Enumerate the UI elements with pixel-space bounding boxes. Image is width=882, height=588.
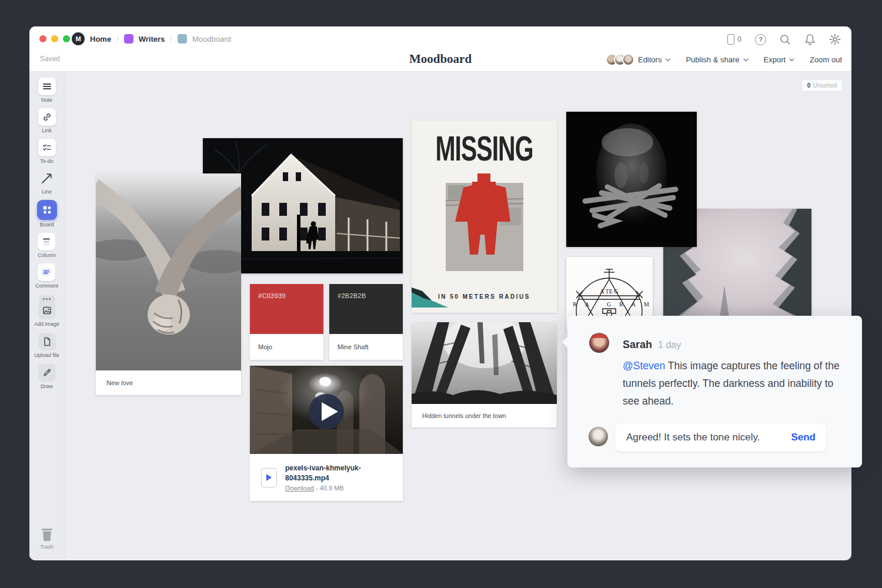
device-count: 0 bbox=[737, 35, 741, 44]
sigil-text-row2: TRA GRAM bbox=[566, 301, 653, 308]
reply-input[interactable]: Agreed! It sets the tone nicely. Send bbox=[615, 423, 827, 452]
app-screen: M Home / Writers / Moodboard Saved Moodb… bbox=[0, 0, 882, 588]
trash-dropzone[interactable]: Trash bbox=[29, 527, 64, 550]
device-preview-button[interactable]: 0 bbox=[727, 34, 741, 45]
sigil-text-row1: A TE G bbox=[600, 288, 619, 295]
writers-board-icon[interactable] bbox=[124, 34, 133, 44]
moodboard-board-icon[interactable] bbox=[178, 34, 187, 44]
draw-pencil-icon bbox=[42, 368, 52, 377]
line-arrow-icon bbox=[41, 172, 54, 185]
note-icon bbox=[42, 82, 52, 91]
missing-poster-image[interactable]: MISSING IN 50 METERS RADIUS bbox=[412, 121, 557, 313]
color-swatch-mineshaft[interactable]: #2B2B2B Mine Shaft bbox=[329, 284, 403, 360]
tool-todo[interactable]: To-do bbox=[38, 139, 56, 164]
download-link[interactable]: Download bbox=[285, 485, 314, 492]
export-menu[interactable]: Export bbox=[764, 55, 795, 64]
tool-board[interactable]: Board bbox=[37, 200, 57, 228]
unsorted-label: Unsorted bbox=[813, 82, 837, 89]
breadcrumb-home[interactable]: Home bbox=[90, 35, 111, 44]
reply-draft-text[interactable]: Agreed! It sets the tone nicely. bbox=[615, 432, 780, 443]
trash-icon bbox=[40, 527, 54, 542]
minimize-window-button[interactable] bbox=[51, 35, 58, 42]
swatch-hex: #C03939 bbox=[250, 284, 323, 299]
tunnels-image-card[interactable]: Hidden tunnels under the town bbox=[412, 322, 557, 427]
insert-list: Add image Upload file Draw bbox=[29, 302, 64, 389]
window-controls bbox=[39, 35, 70, 42]
comment-timestamp: 1 day bbox=[658, 340, 681, 350]
tool-add-image[interactable]: Add image bbox=[34, 302, 59, 327]
poster-subtitle: IN 50 METERS RADIUS bbox=[412, 293, 557, 300]
zoom-out-label: Zoom out bbox=[810, 55, 842, 64]
search-icon[interactable] bbox=[780, 34, 791, 45]
upload-file-icon bbox=[42, 337, 52, 346]
send-button[interactable]: Send bbox=[780, 432, 827, 443]
milanote-window: M Home / Writers / Moodboard Saved Moodb… bbox=[29, 26, 851, 560]
tool-draw[interactable]: Draw bbox=[38, 364, 56, 389]
notifications-bell-icon[interactable] bbox=[804, 34, 816, 45]
image-caption: Hidden tunnels under the town bbox=[412, 404, 557, 427]
publish-share-menu[interactable]: Publish & share bbox=[686, 55, 748, 64]
todo-icon bbox=[42, 143, 52, 152]
editors-menu[interactable]: Editors bbox=[606, 54, 670, 66]
video-filename: pexels-ivan-khmelyuk-8043335.mp4 bbox=[285, 463, 386, 483]
publish-share-label: Publish & share bbox=[686, 55, 739, 64]
breadcrumb-separator: / bbox=[170, 35, 172, 44]
tool-link[interactable]: Link bbox=[38, 108, 56, 133]
censored-portrait-image[interactable] bbox=[566, 112, 697, 247]
settings-gear-icon[interactable] bbox=[829, 34, 841, 45]
maximize-window-button[interactable] bbox=[63, 35, 70, 42]
swatch-name: Mine Shaft bbox=[329, 334, 403, 360]
chevron-down-icon bbox=[665, 58, 670, 62]
unsorted-count: 0 bbox=[807, 82, 811, 89]
editor-avatars bbox=[606, 54, 634, 66]
file-size: 40.9 MB bbox=[320, 485, 344, 492]
breadcrumb-writers[interactable]: Writers bbox=[139, 35, 165, 44]
tool-column[interactable]: Column bbox=[38, 233, 56, 258]
phone-icon bbox=[727, 34, 734, 45]
popup-pointer bbox=[562, 337, 567, 348]
swatch-hex: #2B2B2B bbox=[329, 284, 403, 299]
close-window-button[interactable] bbox=[39, 35, 46, 42]
column-icon bbox=[42, 237, 51, 246]
header-actions: Editors Publish & share Export Zoom out bbox=[606, 54, 842, 66]
mention-link[interactable]: @Steven bbox=[623, 360, 665, 372]
tool-line[interactable]: Line bbox=[38, 169, 56, 195]
poster-title: MISSING bbox=[412, 129, 557, 169]
color-swatch-mojo[interactable]: #C03939 Mojo bbox=[250, 284, 323, 360]
help-icon[interactable]: ? bbox=[755, 34, 766, 45]
chevron-down-icon bbox=[789, 58, 794, 62]
zoom-out-button[interactable]: Zoom out bbox=[810, 55, 842, 64]
add-image-icon bbox=[42, 306, 52, 315]
comment-icon bbox=[41, 267, 52, 278]
link-icon bbox=[42, 112, 52, 122]
tool-list: Note Link To-do Line bbox=[29, 78, 64, 303]
export-label: Export bbox=[764, 55, 786, 64]
header-icon-group: 0 ? bbox=[727, 34, 841, 45]
chevron-down-icon bbox=[743, 58, 749, 62]
hands-image-card[interactable]: New love bbox=[96, 173, 241, 395]
video-thumbnail bbox=[250, 366, 403, 454]
swatch-name: Mojo bbox=[250, 334, 323, 360]
board-icon bbox=[42, 205, 52, 215]
tool-note[interactable]: Note bbox=[38, 78, 56, 103]
comment-author: Sarah bbox=[623, 339, 652, 351]
comment-popup: Sarah 1 day @Steven This image captures … bbox=[567, 316, 862, 467]
sarah-avatar bbox=[589, 333, 609, 353]
editors-label: Editors bbox=[638, 55, 662, 64]
image-caption: New love bbox=[96, 370, 241, 395]
unsorted-badge[interactable]: 0 Unsorted bbox=[801, 79, 843, 92]
steven-avatar bbox=[589, 427, 608, 446]
breadcrumb-moodboard[interactable]: Moodboard bbox=[192, 35, 231, 44]
avatar bbox=[622, 54, 634, 66]
milanote-logo-icon[interactable]: M bbox=[72, 32, 85, 45]
video-card[interactable]: pexels-ivan-khmelyuk-8043335.mp4 Downloa… bbox=[250, 366, 403, 501]
poster-photo bbox=[412, 166, 557, 308]
tools-sidebar: Note Link To-do Line bbox=[29, 72, 65, 560]
breadcrumb-separator: / bbox=[116, 35, 119, 44]
top-bar: M Home / Writers / Moodboard Saved Moodb… bbox=[29, 26, 851, 72]
video-file-icon bbox=[261, 468, 277, 487]
tool-upload-file[interactable]: Upload file bbox=[34, 333, 59, 358]
meta-separator: - bbox=[316, 485, 318, 492]
tool-comment[interactable]: Comment bbox=[35, 263, 58, 289]
video-file-info: pexels-ivan-khmelyuk-8043335.mp4 Downloa… bbox=[250, 454, 403, 501]
